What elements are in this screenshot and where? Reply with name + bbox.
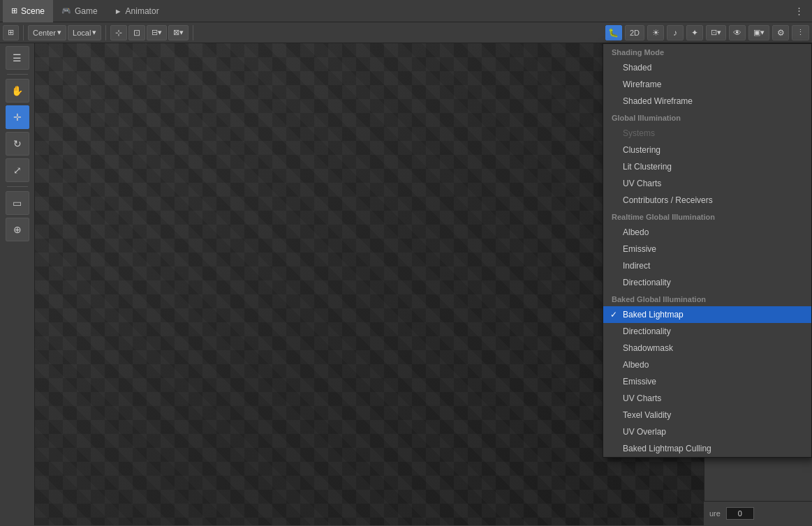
toolbar-right: 🐛 2D ☀ ♪ ✦ ⊡▾ 👁 ▣▾ ⚙ ⋮ [605,25,809,40]
local-chevron: ▾ [92,28,96,37]
gizmo-btn[interactable]: 🐛 [605,25,622,40]
bottom-bar: ure [704,501,812,525]
menu-item-uv-charts-baked[interactable]: UV Charts [603,390,811,407]
tab-scene[interactable]: ⊞ Scene [3,0,53,22]
aspect-btn[interactable]: ▣▾ [748,25,769,40]
more-btn[interactable]: ⋮ [792,25,809,40]
uv-charts-baked-label: UV Charts [623,393,661,403]
2d-btn[interactable]: 2D [625,25,644,40]
tool-divider-2 [7,186,28,187]
tab-game[interactable]: 🎮 Game [53,0,106,22]
snap-btn[interactable]: ⊹ [110,25,127,40]
tab-animator-label: Animator [126,6,159,16]
directionality-rt-label: Directionality [623,278,671,287]
lit-clustering-label: Lit Clustering [623,162,672,172]
local-label: Local [73,29,91,37]
clustering-label: Clustering [623,145,660,155]
local-btn[interactable]: Local ▾ [68,25,101,40]
wireframe-label: Wireframe [623,80,661,89]
lighting-btn[interactable]: ☀ [647,25,664,40]
menu-item-shadowmask[interactable]: Shadowmask [603,340,811,356]
tool-transform[interactable]: ⊕ [6,218,29,241]
main-area: ☰ ✋ ✛ ↻ ⤢ ▭ ⊕ [0,43,812,525]
baked-gi-section: Baked Global Illumination [603,291,811,306]
toolbar-group-transform: Center ▾ Local ▾ [28,25,106,40]
emissive-baked-label: Emissive [623,377,656,386]
tool-move-view[interactable]: ✋ [6,79,29,103]
scene-icon: ⊞ [11,6,17,15]
uv-overlap-label: UV Overlap [623,427,666,437]
menu-item-shaded[interactable]: Shaded [603,59,811,76]
global-toggle-btn[interactable]: ⊠▾ [168,25,189,40]
display-mode-icon: ⊞ [8,28,14,37]
menu-item-systems: Systems [603,125,811,142]
tool-divider-1 [7,74,28,75]
tool-move[interactable]: ✛ [6,105,29,129]
center-chevron: ▾ [57,28,61,37]
animator-icon: ► [115,7,122,15]
menu-item-directionality-rt[interactable]: Directionality [603,274,811,291]
systems-label: Systems [623,128,655,138]
menu-item-wireframe[interactable]: Wireframe [603,76,811,93]
menu-item-emissive-baked[interactable]: Emissive [603,373,811,390]
menu-item-directionality-baked[interactable]: Directionality [603,323,811,340]
uv-charts-gi-label: UV Charts [623,179,661,188]
shading-mode-section: Shading Mode [603,44,811,59]
render-overlay-btn[interactable]: ⊡▾ [706,25,726,40]
shadowmask-label: Shadowmask [623,343,673,353]
indirect-rt-label: Indirect [623,261,650,271]
tab-scene-label: Scene [21,6,45,16]
menu-item-baked-lightmap[interactable]: ✓ Baked Lightmap [603,306,811,323]
menu-item-uv-overlap[interactable]: UV Overlap [603,423,811,440]
checkmark-icon: ✓ [610,310,617,320]
albedo-baked-label: Albedo [623,360,649,370]
right-panel: Persp Shading Mode Shaded Wireframe Shad… [704,43,812,525]
dropdown-menu: Shading Mode Shaded Wireframe Shaded Wir… [603,43,812,458]
tool-hand[interactable]: ☰ [6,46,29,70]
audio-btn[interactable]: ♪ [667,25,684,40]
menu-item-baked-lightmap-culling[interactable]: Baked Lightmap Culling [603,440,811,457]
toolbar-group-display: ⊞ [3,25,24,40]
tab-bar: ⊞ Scene 🎮 Game ► Animator ⋮ [0,0,812,22]
global-illumination-section: Global Illumination [603,110,811,125]
albedo-rt-label: Albedo [623,227,649,237]
fx-btn[interactable]: ✦ [686,25,703,40]
center-btn[interactable]: Center ▾ [28,25,66,40]
menu-item-texel-validity[interactable]: Texel Validity [603,407,811,423]
menu-item-clustering[interactable]: Clustering [603,142,811,158]
game-icon: 🎮 [61,6,71,15]
contributors-receivers-label: Contributors / Receivers [623,195,713,205]
menu-item-uv-charts-gi[interactable]: UV Charts [603,175,811,192]
menu-item-shaded-wireframe[interactable]: Shaded Wireframe [603,93,811,110]
tool-scale[interactable]: ⤢ [6,158,29,182]
bottom-texture-label: ure [709,509,721,518]
toolbar-group-snap: ⊹ ⊡ ⊟▾ ⊠▾ [110,25,193,40]
menu-item-albedo-baked[interactable]: Albedo [603,356,811,373]
tab-more-button[interactable]: ⋮ [789,3,809,19]
menu-item-albedo-rt[interactable]: Albedo [603,224,811,241]
texel-validity-label: Texel Validity [623,410,671,420]
tab-game-label: Game [75,6,98,16]
shaded-label: Shaded [623,63,651,73]
left-tools-panel: ☰ ✋ ✛ ↻ ⤢ ▭ ⊕ [0,43,35,525]
bottom-value-input[interactable] [726,507,754,520]
visibility-btn[interactable]: 👁 [729,25,746,40]
tool-rect[interactable]: ▭ [6,191,29,215]
menu-item-indirect-rt[interactable]: Indirect [603,257,811,274]
emissive-rt-label: Emissive [623,244,656,254]
tool-rotate[interactable]: ↻ [6,132,29,156]
toolbar: ⊞ Center ▾ Local ▾ ⊹ ⊡ ⊟▾ ⊠▾ 🐛 2D ☀ ♪ ✦ … [0,22,812,43]
baked-lightmap-label: Baked Lightmap [623,310,684,320]
menu-item-contributors-receivers[interactable]: Contributors / Receivers [603,192,811,209]
snap-toggle-btn[interactable]: ⊡ [128,25,145,40]
settings-btn[interactable]: ⚙ [772,25,789,40]
menu-item-emissive-rt[interactable]: Emissive [603,241,811,257]
baked-lightmap-culling-label: Baked Lightmap Culling [623,444,711,453]
directionality-baked-label: Directionality [623,326,671,336]
menu-item-lit-clustering[interactable]: Lit Clustering [603,158,811,175]
center-label: Center [33,29,56,37]
display-mode-btn[interactable]: ⊞ [3,25,19,40]
snap-settings-btn[interactable]: ⊟▾ [147,25,167,40]
tab-animator[interactable]: ► Animator [106,0,168,22]
shaded-wireframe-label: Shaded Wireframe [623,96,693,106]
